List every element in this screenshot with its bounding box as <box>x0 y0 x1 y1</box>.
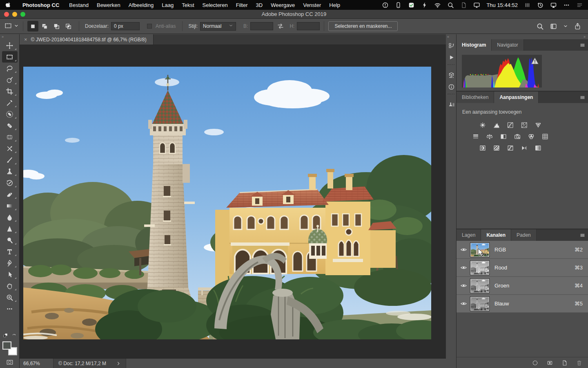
strip-expand-control[interactable]: « <box>446 34 456 40</box>
hand-tool[interactable] <box>2 280 18 292</box>
select-and-mask-button[interactable]: Selecteren en maskeren... <box>328 21 398 31</box>
chevron-down-icon[interactable] <box>563 24 568 29</box>
zoom-tool[interactable] <box>2 292 18 303</box>
check-square-icon[interactable] <box>408 2 415 9</box>
delete-channel-icon[interactable] <box>576 359 583 366</box>
lasso-tool[interactable] <box>2 63 18 74</box>
adj-selective-color-icon[interactable] <box>533 144 543 152</box>
adj-levels-icon[interactable] <box>491 121 502 129</box>
feather-input[interactable] <box>111 22 140 30</box>
battery-columns-icon[interactable] <box>524 2 531 9</box>
crop-tool[interactable] <box>2 85 18 97</box>
dodge-tool[interactable] <box>2 234 18 246</box>
gradient-tool[interactable] <box>2 200 18 211</box>
document-icon[interactable] <box>460 2 467 9</box>
patch-tool[interactable] <box>2 131 18 143</box>
tab-lagen[interactable]: Lagen <box>457 229 481 241</box>
history-brush-tool[interactable] <box>2 177 18 188</box>
time-machine-icon[interactable] <box>537 2 544 9</box>
wifi-icon[interactable] <box>434 2 441 9</box>
airplay-icon[interactable] <box>550 2 557 9</box>
zoom-window-button[interactable] <box>20 12 25 17</box>
anti-alias-checkbox[interactable] <box>147 24 152 29</box>
adj-channel-mixer-icon[interactable] <box>526 132 537 140</box>
new-channel-icon[interactable] <box>561 359 568 366</box>
clone-source-panel-icon[interactable] <box>446 99 457 110</box>
close-window-button[interactable] <box>4 12 9 17</box>
adj-hue-sat-icon[interactable] <box>470 132 481 140</box>
menu-weergave[interactable]: Weergave <box>267 2 299 8</box>
save-selection-as-channel-icon[interactable] <box>546 359 553 366</box>
tab-paden[interactable]: Paden <box>511 229 537 241</box>
menu-3d[interactable]: 3D <box>252 2 267 8</box>
move-tool[interactable] <box>2 40 18 51</box>
brush-tool[interactable] <box>2 154 18 166</box>
spot-healing-brush-tool[interactable] <box>2 108 18 120</box>
pen-tool[interactable] <box>2 257 18 269</box>
eyedropper-tool[interactable] <box>2 97 18 108</box>
healing-brush-tool[interactable] <box>2 120 18 131</box>
dock-collapse-control[interactable]: » <box>457 34 588 39</box>
height-input[interactable] <box>297 22 320 30</box>
chevron-right-icon[interactable] <box>116 361 121 366</box>
zoom-level-field[interactable]: 66,67% <box>23 361 53 366</box>
bolt-icon[interactable] <box>421 2 428 9</box>
adj-gradient-map-icon[interactable] <box>519 144 530 152</box>
adj-brightness-icon[interactable] <box>477 121 488 129</box>
style-select[interactable]: Normaal <box>200 22 236 31</box>
info-panel-icon[interactable] <box>446 81 457 93</box>
properties-panel-icon[interactable] <box>446 69 457 81</box>
default-colors-icon[interactable] <box>3 332 8 340</box>
rectangular-marquee-tool[interactable] <box>2 51 18 63</box>
adj-photo-filter-icon[interactable] <box>512 132 523 140</box>
mode-sub-button[interactable] <box>51 21 62 31</box>
channel-row-rood[interactable]: Rood⌘3 <box>457 259 588 277</box>
adj-black-white-icon[interactable] <box>498 132 509 140</box>
path-selection-tool[interactable] <box>2 269 18 280</box>
tools-collapse-control[interactable]: » <box>0 34 19 40</box>
tab-navigator[interactable]: Navigator <box>492 39 523 51</box>
channel-row-blauw[interactable]: Blauw⌘5 <box>457 295 588 313</box>
menu-bestand[interactable]: Bestand <box>65 2 93 8</box>
quick-selection-tool[interactable] <box>2 74 18 85</box>
adjustments-panel-menu-icon[interactable] <box>577 92 588 103</box>
edit-toolbar[interactable] <box>2 303 18 314</box>
visibility-eye-icon[interactable] <box>457 301 470 306</box>
clone-stamp-tool[interactable] <box>2 166 18 177</box>
eraser-tool[interactable] <box>2 188 18 200</box>
document-info[interactable]: © Doc: 17,2 M/17,2 M <box>53 359 126 368</box>
width-input[interactable] <box>250 22 273 30</box>
adj-exposure-icon[interactable] <box>519 121 530 129</box>
adj-curves-icon[interactable] <box>505 121 516 129</box>
histogram-panel-menu-icon[interactable] <box>577 39 588 51</box>
blur-tool[interactable] <box>2 211 18 223</box>
channel-row-groen[interactable]: Groen⌘4 <box>457 277 588 295</box>
history-panel-icon[interactable] <box>446 40 457 52</box>
menu-help[interactable]: Help <box>325 2 344 8</box>
visibility-eye-icon[interactable] <box>457 247 470 252</box>
document-tab[interactable]: × © JWED-201804041818484758.tif @ 66,7% … <box>20 34 154 45</box>
minimize-window-button[interactable] <box>12 12 17 17</box>
channel-row-rgb[interactable]: RGB⌘2 <box>457 241 588 259</box>
menu-selecteren[interactable]: Selecteren <box>198 2 232 8</box>
search-icon[interactable] <box>536 22 544 30</box>
mode-new-button[interactable] <box>27 21 38 31</box>
adj-posterize-icon[interactable] <box>491 144 502 152</box>
actions-panel-icon[interactable] <box>446 52 457 63</box>
channel-thumbnail[interactable] <box>470 279 489 293</box>
type-tool[interactable] <box>2 246 18 257</box>
adj-color-balance-icon[interactable] <box>484 132 495 140</box>
mode-add-button[interactable] <box>39 21 50 31</box>
tab-histogram[interactable]: Histogram <box>457 39 492 51</box>
app-menu[interactable]: Photoshop CC <box>18 2 63 8</box>
share-export-icon[interactable] <box>574 22 581 30</box>
mode-intersect-button[interactable] <box>63 21 74 31</box>
spotlight-icon[interactable] <box>447 2 454 9</box>
visibility-eye-icon[interactable] <box>457 283 470 288</box>
tab-bibliotheken[interactable]: Bibliotheken <box>457 92 494 103</box>
quick-mask-button[interactable] <box>5 359 15 366</box>
menu-tekst[interactable]: Tekst <box>178 2 198 8</box>
menu-bar-clock[interactable]: Thu 15:44:52 <box>486 2 518 8</box>
circle-info-icon[interactable] <box>382 2 389 9</box>
tool-preset-picker[interactable] <box>4 22 19 31</box>
